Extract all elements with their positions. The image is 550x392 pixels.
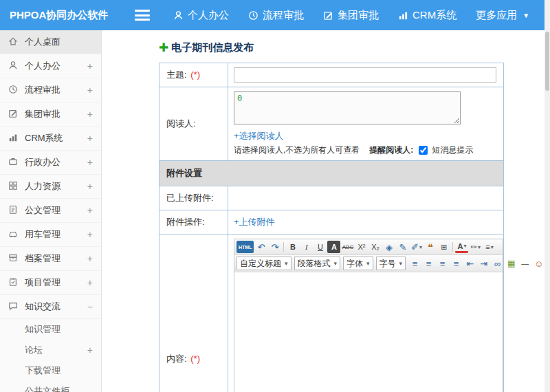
paste-style-button[interactable]: ✐ [410,241,423,253]
image-button[interactable]: ▦ [505,257,518,270]
sidebar-subitem-label: 公共文件柜 [25,385,69,392]
expand-toggle[interactable]: + [85,157,93,168]
nav-label: 流程审批 [263,9,304,22]
remove-format-button[interactable]: ◈ [382,241,395,253]
sidebar-item-personal-desktop[interactable]: 个人桌面 [0,30,101,54]
subject-input[interactable] [234,67,496,83]
sidebar-item-knowledge-exchange[interactable]: 知识交流 − [0,295,101,319]
home-icon [8,36,19,47]
nav-item-crm[interactable]: CRM系统 [398,9,456,22]
html-source-button[interactable]: HTML [236,241,254,253]
paragraph-format-dropdown[interactable]: 段落格式 [294,257,341,270]
font-style-button[interactable]: A [327,241,340,253]
clipboard-icon [8,277,19,288]
nav-label: 集团审批 [338,9,379,22]
horizontal-rule-button[interactable]: — [518,257,531,270]
collapse-toggle[interactable]: − [85,301,93,312]
bold-button[interactable]: B [286,241,299,253]
expand-toggle[interactable]: + [85,85,93,96]
publish-form: 主题: (*) 阅读人: 0 +选择阅读人 请选择阅读 [159,63,504,392]
sidebar-subitem-download-mgmt[interactable]: 下载管理 [0,360,101,381]
expand-toggle[interactable]: + [85,345,93,356]
sidebar-subitem-public-file-cabinet[interactable]: 公共文件柜 [0,381,101,392]
sidebar-item-archive-mgmt[interactable]: 档案管理 + [0,247,101,271]
sidebar-item-workflow-approval[interactable]: 流程审批 + [0,78,101,102]
sidebar-item-admin-office[interactable]: 行政办公 + [0,151,101,175]
justify-button[interactable]: ≡ [450,257,463,270]
custom-heading-dropdown[interactable]: 自定义标题 [236,257,292,270]
menu-toggle-button[interactable] [135,10,150,21]
editor-toolbar-row2: 自定义标题 段落格式 字体 字号 ≡ ≡ ≡ ≡ ⇤ ⇥ ∞ ▦ [234,255,503,272]
expand-toggle[interactable]: + [85,181,93,192]
sidebar-item-project-mgmt[interactable]: 项目管理 + [0,271,101,295]
indent-decrease-button[interactable]: ⇤ [463,257,476,270]
page-scrollbar[interactable] [544,0,550,392]
nav-label: 更多应用 [476,9,517,22]
expand-toggle[interactable]: + [85,205,93,216]
edit-icon [8,109,19,120]
sidebar-subitem-forum[interactable]: 论坛 + [0,340,101,360]
font-size-dropdown[interactable]: 字号 [376,257,406,270]
indent-increase-button[interactable]: ⇥ [477,257,490,270]
expand-toggle[interactable]: + [85,61,93,72]
undo-button[interactable]: ↶ [254,241,267,253]
emoticon-button[interactable]: ☺ [532,257,544,270]
chat-bubble-icon [8,301,19,312]
font-color-button[interactable]: A [455,241,468,253]
app-logo: PHPOA协同办公软件 [0,9,135,22]
redo-button[interactable]: ↷ [268,241,281,253]
expand-toggle[interactable]: + [85,229,93,240]
highlight-pen-button[interactable]: ✏ [469,241,482,253]
document-icon [8,205,19,216]
link-button[interactable]: ∞ [491,257,504,270]
main-content: ✚ 电子期刊信息发布 主题: (*) 阅读人: 0 [102,30,544,392]
scrollbar-thumb[interactable] [545,32,549,91]
car-icon [8,229,19,240]
font-family-dropdown[interactable]: 字体 [343,257,373,270]
align-right-button[interactable]: ≡ [436,257,449,270]
nav-label: 个人办公 [188,9,229,22]
expand-toggle[interactable]: + [85,109,93,120]
sidebar-item-personal-office[interactable]: 个人办公 + [0,54,101,78]
sms-notify-checkbox[interactable] [419,146,428,155]
blockquote-button[interactable]: ❝ [424,241,437,253]
readers-label-cell: 阅读人: [160,87,228,161]
subject-value-cell [228,63,504,87]
sidebar-subitem-knowledge-mgmt[interactable]: 知识管理 [0,319,101,340]
bar-chart-icon [8,133,19,144]
sidebar-item-group-approval[interactable]: 集团审批 + [0,102,101,127]
subscript-button[interactable]: X₂ [368,241,382,253]
nav-item-group-approval[interactable]: 集团审批 [323,9,379,22]
nav-item-more-apps[interactable]: 更多应用 ▼ [476,9,529,22]
nav-item-workflow-approval[interactable]: 流程审批 [248,9,304,22]
sidebar-item-crm[interactable]: CRM系统 + [0,127,101,151]
align-left-button[interactable]: ≡ [408,257,421,270]
top-header: PHPOA协同办公软件 个人办公 流程审批 集团审批 [0,0,550,30]
strikethrough-button[interactable]: ABC [341,241,354,253]
format-painter-button[interactable]: ✎ [396,241,409,253]
bar-chart-icon [398,10,408,21]
list-style-button[interactable]: ≡ [483,241,496,253]
expand-toggle[interactable]: + [85,133,93,144]
attachment-section-header: 附件设置 [160,161,504,186]
align-center-button[interactable]: ≡ [422,257,435,270]
sidebar-item-label: 公文管理 [25,204,60,217]
expand-toggle[interactable]: + [85,277,93,288]
page-title-text: 电子期刊信息发布 [171,41,254,54]
sidebar-item-document-mgmt[interactable]: 公文管理 + [0,199,101,223]
editor-content-area[interactable] [234,272,503,392]
superscript-button[interactable]: X² [355,241,368,253]
underline-button[interactable]: U [314,241,327,253]
sidebar-item-vehicle-mgmt[interactable]: 用车管理 + [0,223,101,247]
content-row: 内容: (*) HTML ↶ ↷ B I U [160,235,504,392]
nav-item-personal-office[interactable]: 个人办公 [173,9,229,22]
italic-button[interactable]: I [300,241,313,253]
expand-toggle[interactable]: + [85,253,93,264]
readers-hint-text: 请选择阅读人,不选为所有人可查看 [234,144,360,156]
sidebar-item-hr[interactable]: 人力资源 + [0,175,101,199]
readers-textarea[interactable]: 0 [234,91,461,124]
insert-table-button[interactable]: ⊞ [437,241,450,253]
attachment-ops-row: 附件操作: +上传附件 [160,210,504,235]
select-readers-link[interactable]: +选择阅读人 [234,131,284,141]
upload-attachment-link[interactable]: +上传附件 [234,217,275,227]
